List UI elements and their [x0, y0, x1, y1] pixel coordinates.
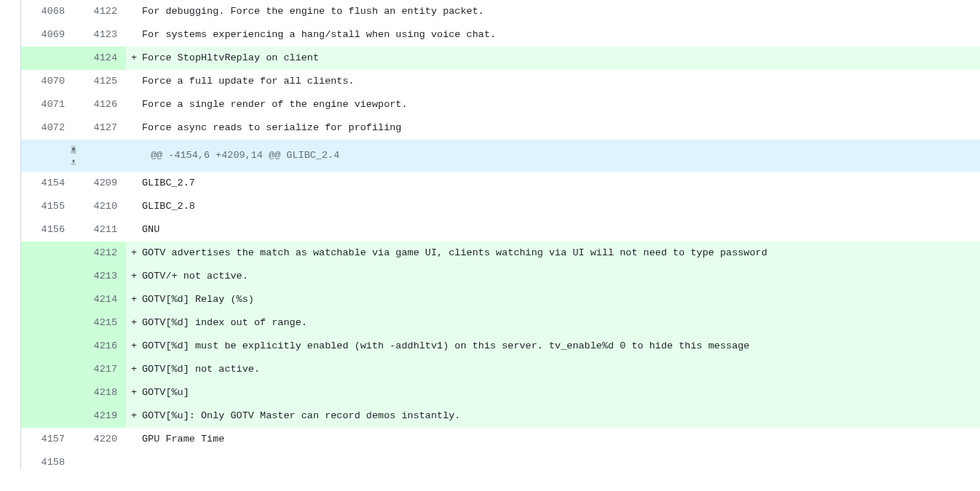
code-line: Force a single render of the engine view…: [142, 93, 980, 116]
old-line-number[interactable]: 4156: [21, 218, 74, 241]
diff-container: 40684122 For debugging. Force the engine…: [20, 0, 980, 470]
diff-row-context: 40684122 For debugging. Force the engine…: [21, 0, 980, 23]
diff-row-context: 41574220 GPU Frame Time: [21, 428, 980, 451]
hunk-marker: [126, 140, 142, 172]
addition-marker: +: [126, 404, 142, 428]
old-line-number[interactable]: [21, 381, 74, 404]
diff-row-added: 4217+GOTV[%d] not active.: [21, 358, 980, 381]
new-line-number[interactable]: 4213: [74, 265, 126, 288]
new-line-number[interactable]: 4215: [74, 311, 126, 335]
diff-row-added: 4219+GOTV[%u]: Only GOTV Master can reco…: [21, 404, 980, 428]
code-line: GOTV[%u]: Only GOTV Master can record de…: [142, 404, 980, 428]
old-line-number[interactable]: 4154: [21, 172, 74, 195]
diff-row-added: 4215+GOTV[%d] index out of range.: [21, 311, 980, 335]
diff-row-added: 4218+GOTV[%u]: [21, 381, 980, 404]
expand-down-icon: [68, 145, 79, 154]
code-line: GOTV advertises the match as watchable v…: [142, 241, 980, 265]
code-line: GNU: [142, 218, 980, 241]
addition-marker: +: [126, 358, 142, 381]
diff-row-context: 41554210 GLIBC_2.8: [21, 195, 980, 218]
diff-row-added: 4124+Force StopHltvReplay on client: [21, 47, 980, 70]
old-line-number[interactable]: [21, 335, 74, 358]
new-line-number[interactable]: 4218: [74, 381, 126, 404]
code-line: Force a full update for all clients.: [142, 70, 980, 93]
new-line-number[interactable]: 4209: [74, 172, 126, 195]
diff-row-context: 40714126 Force a single render of the en…: [21, 93, 980, 116]
old-line-number[interactable]: [21, 265, 74, 288]
expand-up-icon: [68, 157, 79, 166]
new-line-number[interactable]: 4212: [74, 241, 126, 265]
context-marker: [126, 428, 142, 451]
context-marker: [126, 195, 142, 218]
new-line-number[interactable]: 4219: [74, 404, 126, 428]
code-line: GOTV/+ not active.: [142, 265, 980, 288]
old-line-number[interactable]: [21, 288, 74, 311]
addition-marker: +: [126, 47, 142, 70]
addition-marker: +: [126, 288, 142, 311]
old-line-number[interactable]: [21, 358, 74, 381]
old-line-number[interactable]: 4070: [21, 70, 74, 93]
old-line-number[interactable]: 4071: [21, 93, 74, 116]
old-line-number[interactable]: 4155: [21, 195, 74, 218]
new-line-number[interactable]: 4220: [74, 428, 126, 451]
old-line-number[interactable]: [21, 47, 74, 70]
old-line-number[interactable]: [21, 241, 74, 265]
addition-marker: +: [126, 381, 142, 404]
new-line-number[interactable]: 4123: [74, 23, 126, 47]
diff-row-context: 41584221 Game Engine: [21, 451, 980, 470]
new-line-number[interactable]: 4214: [74, 288, 126, 311]
old-line-number[interactable]: [21, 404, 74, 428]
code-line: GOTV[%u]: [142, 381, 980, 404]
old-line-number[interactable]: 4069: [21, 23, 74, 47]
addition-marker: +: [126, 241, 142, 265]
context-marker: [126, 93, 142, 116]
diff-row-context: 40724127 Force async reads to serialize …: [21, 116, 980, 140]
code-line: For systems experiencing a hang/stall wh…: [142, 23, 980, 47]
diff-row-context: 41544209 GLIBC_2.7: [21, 172, 980, 195]
code-line: GLIBC_2.7: [142, 172, 980, 195]
diff-row-added: 4216+GOTV[%d] must be explicitly enabled…: [21, 335, 980, 358]
hunk-header-row: @@ -4154,6 +4209,14 @@ GLIBC_2.4: [21, 140, 980, 172]
old-line-number[interactable]: 4072: [21, 116, 74, 140]
code-line: GOTV[%d] must be explicitly enabled (wit…: [142, 335, 980, 358]
diff-row-context: 40704125 Force a full update for all cli…: [21, 70, 980, 93]
code-line: GOTV[%d] Relay (%s): [142, 288, 980, 311]
code-line: Force async reads to serialize for profi…: [142, 116, 980, 140]
new-line-number[interactable]: 4126: [74, 93, 126, 116]
old-line-number[interactable]: [21, 311, 74, 335]
old-line-number[interactable]: 4158: [21, 451, 74, 470]
context-marker: [126, 23, 142, 47]
new-line-number[interactable]: 4125: [74, 70, 126, 93]
new-line-number[interactable]: 4210: [74, 195, 126, 218]
new-line-number[interactable]: 4216: [74, 335, 126, 358]
context-marker: [126, 172, 142, 195]
code-line: GOTV[%d] not active.: [142, 358, 980, 381]
hunk-header-text: @@ -4154,6 +4209,14 @@ GLIBC_2.4: [142, 140, 980, 172]
diff-row-added: 4213+GOTV/+ not active.: [21, 265, 980, 288]
new-line-number[interactable]: 4211: [74, 218, 126, 241]
new-line-number[interactable]: 4122: [74, 0, 126, 23]
context-marker: [126, 70, 142, 93]
expand-hunk-button[interactable]: [21, 140, 126, 172]
diff-row-context: 41564211 GNU: [21, 218, 980, 241]
context-marker: [126, 218, 142, 241]
context-marker: [126, 0, 142, 23]
addition-marker: +: [126, 311, 142, 335]
diff-table: 40684122 For debugging. Force the engine…: [21, 0, 980, 470]
code-line: Force StopHltvReplay on client: [142, 47, 980, 70]
new-line-number[interactable]: 4217: [74, 358, 126, 381]
old-line-number[interactable]: 4157: [21, 428, 74, 451]
new-line-number[interactable]: 4124: [74, 47, 126, 70]
code-line: GLIBC_2.8: [142, 195, 980, 218]
diff-row-added: 4214+GOTV[%d] Relay (%s): [21, 288, 980, 311]
addition-marker: +: [126, 335, 142, 358]
context-marker: [126, 116, 142, 140]
diff-row-added: 4212+GOTV advertises the match as watcha…: [21, 241, 980, 265]
addition-marker: +: [126, 265, 142, 288]
code-line: GOTV[%d] index out of range.: [142, 311, 980, 335]
code-line: For debugging. Force the engine to flush…: [142, 0, 980, 23]
new-line-number[interactable]: 4127: [74, 116, 126, 140]
code-line: GPU Frame Time: [142, 428, 980, 451]
old-line-number[interactable]: 4068: [21, 0, 74, 23]
diff-row-context: 40694123 For systems experiencing a hang…: [21, 23, 980, 47]
